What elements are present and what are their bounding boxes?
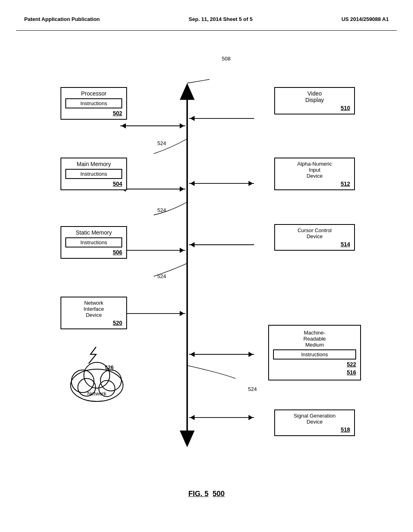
fig-number: 500: [213, 490, 225, 498]
svg-marker-2: [180, 430, 195, 447]
svg-marker-22: [190, 242, 194, 247]
page: Patent Application Publication Sep. 11, …: [0, 0, 413, 532]
header-left: Patent Application Publication: [24, 16, 100, 22]
static-memory-title: Static Memory: [65, 229, 122, 236]
processor-title: Processor: [65, 90, 122, 97]
video-display-box: VideoDisplay 510: [274, 87, 355, 114]
label-524-4: 524: [248, 386, 257, 392]
fig-text: FIG. 5: [188, 490, 209, 498]
network-number: 526: [105, 364, 114, 370]
processor-box: Processor Instructions 502: [60, 87, 127, 120]
cursor-control-title: Cursor ControlDevice: [279, 227, 350, 239]
machine-readable-outer-box: Machine-ReadableMedium Instructions 522 …: [268, 325, 361, 380]
main-memory-number: 504: [65, 181, 122, 187]
network-cloud: Network 526: [63, 345, 131, 411]
fig-label: FIG. 5 500: [188, 490, 225, 498]
static-memory-number: 506: [65, 249, 122, 256]
label-524-1: 524: [157, 140, 166, 146]
label-524-3: 524: [157, 273, 166, 279]
alpha-numeric-box: Alpha-NumericInputDevice 512: [274, 158, 355, 190]
signal-generation-title: Signal GenerationDevice: [279, 413, 350, 425]
header-right: US 2014/259088 A1: [342, 16, 389, 22]
alpha-numeric-title: Alpha-NumericInputDevice: [279, 161, 350, 179]
svg-marker-12: [180, 248, 184, 253]
main-memory-title: Main Memory: [65, 161, 122, 167]
network-interface-number: 520: [65, 320, 122, 326]
svg-marker-5: [121, 123, 126, 129]
svg-point-32: [100, 370, 121, 391]
svg-marker-24: [190, 352, 194, 357]
video-display-number: 510: [279, 105, 350, 111]
network-interface-title: NetworkInterfaceDevice: [65, 300, 122, 318]
svg-marker-9: [180, 187, 184, 192]
network-interface-box: NetworkInterfaceDevice 520: [60, 297, 127, 329]
signal-generation-box: Signal GenerationDevice 518: [274, 409, 355, 436]
cursor-control-number: 514: [279, 241, 350, 247]
svg-marker-25: [248, 352, 253, 357]
svg-marker-17: [190, 116, 194, 121]
cloud-svg: Network: [63, 345, 131, 409]
svg-line-3: [187, 79, 209, 83]
svg-text:Network: Network: [87, 391, 106, 397]
diagram: 508 Processor Instructions 502 524 Main …: [16, 43, 397, 506]
svg-marker-1: [180, 83, 195, 100]
label-524-2: 524: [157, 207, 166, 213]
svg-marker-20: [248, 181, 253, 186]
processor-number: 502: [65, 110, 122, 116]
static-memory-instructions: Instructions: [65, 237, 122, 247]
machine-readable-title: Machine-ReadableMedium: [273, 330, 356, 348]
processor-instructions: Instructions: [65, 98, 122, 108]
header-center: Sep. 11, 2014 Sheet 5 of 5: [189, 16, 252, 22]
svg-marker-28: [248, 415, 253, 420]
svg-marker-19: [190, 181, 194, 186]
machine-readable-inner-number: 522: [273, 361, 356, 368]
alpha-numeric-number: 512: [279, 181, 350, 187]
page-header: Patent Application Publication Sep. 11, …: [16, 12, 397, 31]
svg-marker-15: [180, 311, 184, 316]
label-508: 508: [222, 56, 231, 62]
main-memory-box: Main Memory Instructions 504: [60, 158, 127, 190]
svg-marker-6: [180, 123, 184, 129]
machine-readable-instructions: Instructions: [273, 349, 356, 360]
cursor-control-box: Cursor ControlDevice 514: [274, 224, 355, 251]
machine-readable-outer-number: 516: [273, 369, 356, 376]
video-display-title: VideoDisplay: [279, 90, 350, 103]
signal-generation-number: 518: [279, 426, 350, 433]
main-memory-instructions: Instructions: [65, 169, 122, 179]
svg-point-30: [71, 370, 94, 393]
static-memory-box: Static Memory Instructions 506: [60, 226, 127, 259]
svg-marker-27: [190, 415, 194, 420]
